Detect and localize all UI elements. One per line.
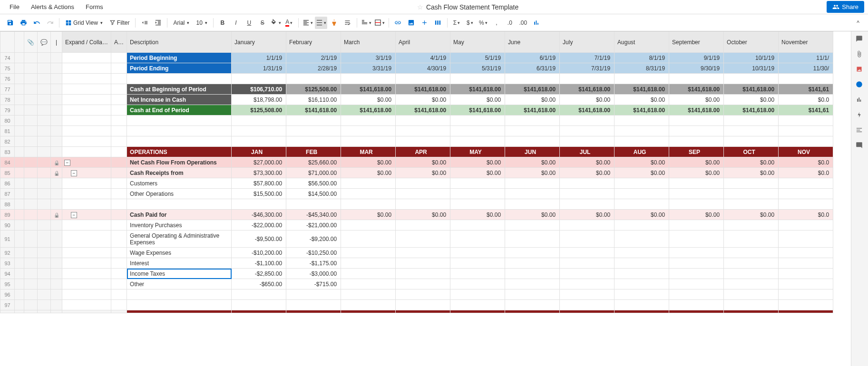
cell[interactable] [450,300,505,310]
sum-icon[interactable]: Σ [450,17,463,29]
cell[interactable]: 6/31/19 [505,63,560,74]
cell-description[interactable]: Interest [127,258,232,269]
row-number[interactable]: 89 [0,210,15,220]
table-row[interactable]: 92Wage Expenses-$10,200.00-$10,250.00 [0,248,833,258]
cell-description[interactable] [127,116,232,126]
cell[interactable] [232,136,286,147]
cell[interactable]: SEP [669,147,724,157]
cell[interactable] [341,300,396,310]
cell[interactable] [232,300,286,310]
cell[interactable] [286,300,341,310]
table-row[interactable]: 77Cash at Beginning of Period$106,710.00… [0,84,833,95]
cell[interactable] [505,178,560,189]
cell[interactable] [724,220,779,231]
cell[interactable] [286,116,341,126]
cell[interactable]: 10/31/19 [724,63,779,74]
publish-panel-icon[interactable] [856,81,864,89]
align-left-icon[interactable] [302,17,314,29]
undo-icon[interactable] [30,17,43,29]
cell[interactable] [560,248,614,258]
cell[interactable]: $0.00 [724,95,779,105]
cell[interactable] [724,116,779,126]
cell[interactable]: 11/30/ [779,63,833,74]
print-icon[interactable] [17,17,29,29]
expand-collapse-column[interactable]: Expand / Colla… [62,32,111,53]
table-row[interactable]: 87Other Operations$15,500.00$14,500.00 [0,189,833,199]
cell-description[interactable]: Net Increase in Cash [127,95,232,105]
cell[interactable]: -$46,300.00 [232,210,286,220]
cell[interactable] [724,231,779,248]
cell[interactable] [232,199,286,210]
row-number[interactable]: 81 [0,126,15,136]
table-row[interactable]: 94Income Taxes-$2,850.00-$3,000.00 [0,269,833,279]
comments-panel-icon[interactable] [856,35,864,44]
wrap-text-icon[interactable] [341,17,354,29]
cell[interactable]: 2/28/19 [286,63,341,74]
cell[interactable] [779,220,833,231]
cell[interactable] [560,289,614,300]
cell[interactable] [669,248,724,258]
cell[interactable] [505,199,560,210]
cell[interactable] [560,189,614,199]
month-column[interactable]: January [232,32,286,53]
cell[interactable]: -$9,200.00 [286,231,341,248]
cell[interactable]: 9/1/19 [669,53,724,63]
cell[interactable]: $0.00 [724,168,779,178]
cell[interactable] [779,289,833,300]
cell[interactable] [614,258,669,269]
cell[interactable]: -$10,200.00 [232,248,286,258]
cell[interactable] [396,189,450,199]
chart-quick-icon[interactable] [530,17,543,29]
month-column[interactable]: August [614,32,669,53]
cell[interactable]: $0.0 [779,95,833,105]
cell[interactable]: $125,508.00 [286,84,341,95]
cell[interactable]: $15,500.00 [232,189,286,199]
cell[interactable] [505,300,560,310]
menu-forms[interactable]: Forms [80,1,109,12]
cell[interactable] [396,199,450,210]
cell[interactable]: $0.00 [614,95,669,105]
cell[interactable] [669,289,724,300]
cell[interactable]: AUG [614,147,669,157]
cell[interactable]: $141,618.00 [505,105,560,116]
cell[interactable] [614,126,669,136]
cell[interactable]: APR [396,147,450,157]
cell-description[interactable]: General Operating & Administrative Expen… [127,231,232,248]
cell[interactable]: $0.00 [396,168,450,178]
cell[interactable] [560,279,614,289]
cell[interactable] [669,178,724,189]
cell[interactable] [779,258,833,269]
cell[interactable]: 1/31/19 [232,63,286,74]
font-select[interactable]: Arial [170,19,192,26]
cell[interactable] [779,136,833,147]
cell[interactable] [724,189,779,199]
cell[interactable] [779,116,833,126]
cell[interactable]: $0.00 [450,210,505,220]
cell[interactable] [396,178,450,189]
row-number[interactable]: 75 [0,63,15,74]
cell[interactable]: $0.00 [724,157,779,168]
cell[interactable] [669,300,724,310]
indent-icon[interactable] [152,17,164,29]
cell[interactable]: $125,508.00 [232,105,286,116]
cell[interactable] [669,116,724,126]
cell-description[interactable]: Period Ending [127,63,232,74]
cell[interactable] [505,258,560,269]
row-number[interactable]: 84 [0,157,15,168]
cell[interactable]: $0.00 [614,210,669,220]
cell[interactable]: $25,660.00 [286,157,341,168]
cell[interactable]: -$10,250.00 [286,248,341,258]
table-row[interactable]: 76 [0,74,833,84]
cell[interactable] [450,116,505,126]
cell[interactable] [614,248,669,258]
row-number[interactable]: 79 [0,105,15,116]
collapse-icon[interactable]: − [64,160,70,166]
comment-column-icon[interactable]: 💬 [38,32,51,53]
cell[interactable] [779,189,833,199]
cell-description[interactable]: Cash Receipts from [127,168,232,178]
decrease-decimal-icon[interactable]: .0 [504,17,516,29]
cell-description[interactable]: OPERATIONS [127,147,232,157]
cell[interactable] [286,126,341,136]
font-size-select[interactable]: 10 [193,19,210,26]
cell[interactable]: $0.00 [450,95,505,105]
